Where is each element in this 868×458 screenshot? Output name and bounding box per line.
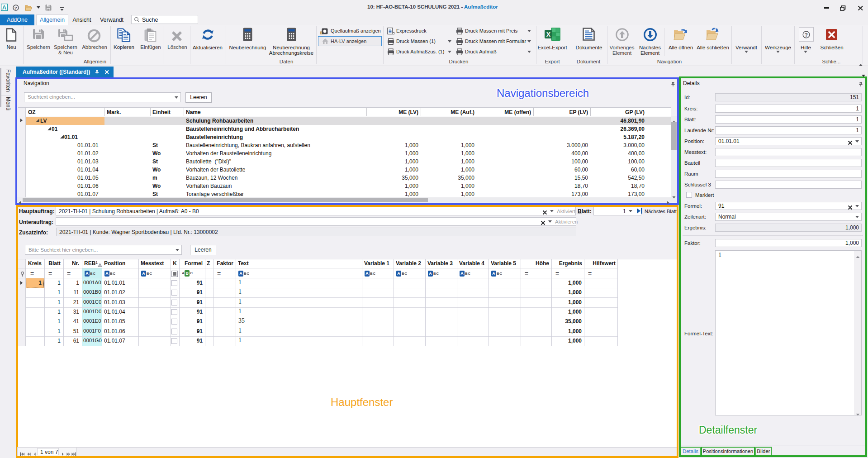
svg-text:?: ? [14, 5, 17, 10]
svg-text:X: X [546, 31, 551, 38]
svg-text:?: ? [805, 32, 808, 38]
svg-text:A: A [2, 4, 7, 11]
